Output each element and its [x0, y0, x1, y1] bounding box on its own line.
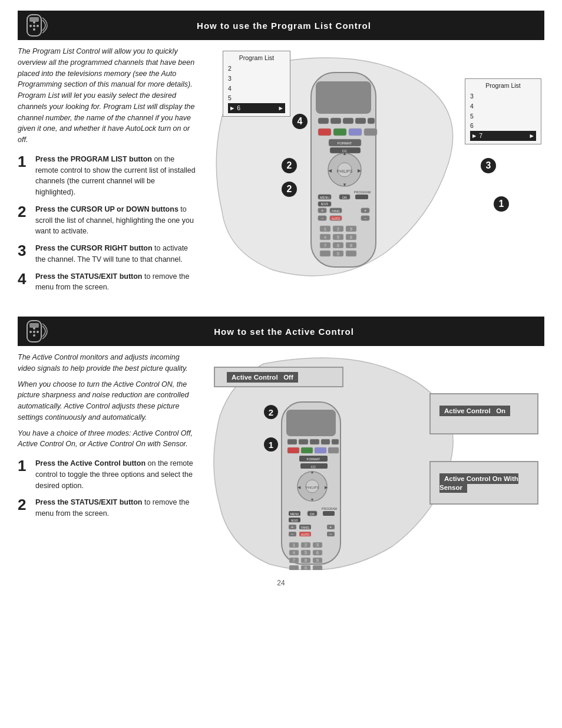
svg-text:FANG: FANG: [332, 209, 340, 213]
svg-rect-30: [355, 195, 368, 199]
svg-text:CC: CC: [311, 465, 316, 469]
svg-rect-141: [313, 565, 322, 570]
badge-4: 4: [292, 114, 308, 129]
pl-item-4: 4: [228, 84, 285, 94]
svg-text:4: 4: [324, 235, 326, 239]
svg-text:+: +: [291, 525, 293, 529]
svg-text:▼: ▼: [310, 498, 315, 502]
section1-intro: The Program List Control will allow you …: [18, 46, 197, 146]
pl-item-r5: 5: [470, 111, 536, 121]
step-ac-2-text: Press the STATUS/EXIT button to remove t…: [35, 497, 197, 519]
step-ac-2: 2 Press the STATUS/EXIT button to remove…: [18, 497, 197, 519]
svg-point-73: [33, 331, 35, 333]
svg-text:FORMAT: FORMAT: [338, 141, 352, 145]
page-number: 24: [18, 579, 544, 587]
svg-point-74: [29, 331, 32, 333]
svg-rect-80: [287, 439, 297, 444]
section1-content: The Program List Control will allow you …: [18, 40, 544, 305]
svg-rect-12: [355, 118, 366, 124]
remote-control-section2: FORMAT CC ▲ ▼ ◀ ▶ PHILIPS PROGRAM: [273, 399, 352, 572]
svg-rect-13: [368, 118, 375, 124]
step-4-text: Press the STATUS/EXIT button to remove t…: [35, 271, 197, 294]
badge-3: 3: [481, 158, 496, 173]
svg-text:−: −: [321, 216, 323, 220]
ac-sensor-label: Active Control On With Sensor: [439, 473, 518, 493]
svg-point-3: [29, 25, 32, 27]
svg-rect-9: [318, 118, 329, 124]
svg-text:+: +: [329, 525, 332, 529]
svg-text:2: 2: [337, 227, 339, 231]
svg-rect-82: [310, 439, 319, 444]
program-list-box-left: Program List 2 3 4 5 ► 6►: [223, 51, 290, 117]
svg-text:9: 9: [316, 558, 319, 562]
step-ac-1-num: 1: [18, 458, 31, 473]
step-4: 4 Press the STATUS/EXIT button to remove…: [18, 271, 197, 294]
svg-text:−: −: [329, 532, 332, 536]
svg-text:4: 4: [293, 551, 295, 555]
section2-header-title: How to set the Active Control: [54, 327, 537, 337]
svg-text:5: 5: [337, 235, 339, 239]
pl-item-3: 3: [228, 74, 285, 84]
svg-text:1: 1: [293, 543, 295, 547]
step-4-num: 4: [18, 271, 31, 286]
svg-rect-83: [321, 439, 330, 444]
prog-list-title-left: Program List: [228, 54, 285, 61]
svg-rect-14: [318, 129, 331, 136]
ac-off-box: Active Control Off: [214, 367, 343, 387]
svg-text:2: 2: [305, 543, 307, 547]
svg-rect-81: [299, 439, 308, 444]
svg-rect-101: [323, 511, 335, 516]
ac-on-label: Active Control On: [439, 406, 510, 416]
svg-text:PROGRAM: PROGRAM: [322, 507, 337, 510]
pl-item-2: 2: [228, 64, 285, 74]
svg-text:8: 8: [337, 243, 339, 248]
svg-text:MJ/S: MJ/S: [291, 519, 298, 522]
svg-point-75: [37, 331, 39, 333]
section2-remote-icon: [25, 320, 48, 342]
ac-sensor-box: Active Control On With Sensor: [429, 461, 538, 505]
svg-text:9: 9: [350, 243, 352, 248]
page: How to use the Program List Control The …: [0, 0, 562, 599]
section2-content: The Active Control monitors and adjusts …: [18, 346, 544, 570]
badge-ac-1: 1: [264, 437, 278, 452]
svg-text:3: 3: [350, 227, 352, 231]
svg-rect-84: [332, 439, 339, 444]
section2-intro3: You have a choice of three modes: Active…: [18, 428, 197, 450]
svg-rect-88: [328, 447, 339, 453]
pl-item-r4: 4: [470, 101, 536, 111]
step-1-num: 1: [18, 154, 31, 169]
svg-text:PHILIPS: PHILIPS: [305, 486, 319, 489]
svg-text:−: −: [291, 532, 293, 536]
svg-point-2: [33, 25, 35, 27]
section1-diagram: Program List 2 3 4 5 ► 6►: [205, 40, 544, 282]
svg-text:3: 3: [316, 543, 319, 547]
remote-control-diagram: FORMAT CC ▲ ▼ ◀ ▶ PHILIPS: [299, 70, 391, 284]
svg-text:MENU: MENU: [320, 196, 329, 199]
section2-header: How to set the Active Control: [18, 317, 544, 346]
svg-rect-11: [343, 118, 353, 124]
svg-text:6: 6: [316, 551, 319, 555]
svg-text:−: −: [364, 216, 366, 220]
svg-text:5: 5: [305, 551, 307, 555]
step-3-text: Press the CURSOR RIGHT button to activat…: [35, 243, 197, 265]
section1-header: How to use the Program List Control: [18, 11, 544, 40]
svg-rect-16: [349, 129, 362, 136]
svg-text:+: +: [364, 209, 366, 213]
svg-rect-8: [316, 81, 371, 114]
svg-rect-67: [320, 251, 330, 256]
section1-header-title: How to use the Program List Control: [54, 21, 537, 31]
svg-text:FORMAT: FORMAT: [307, 457, 320, 461]
svg-rect-138: [289, 565, 299, 570]
badge-2-left: 2: [282, 158, 297, 173]
svg-point-76: [33, 334, 35, 337]
svg-rect-86: [301, 447, 313, 453]
pl-item-6-selected: ► 6►: [228, 103, 285, 113]
section2-left: The Active Control monitors and adjusts …: [18, 346, 205, 531]
section2-intro1: The Active Control monitors and adjusts …: [18, 352, 197, 374]
ac-off-label: Active Control Off: [227, 372, 298, 383]
svg-point-77: [33, 327, 35, 330]
svg-text:▶: ▶: [358, 168, 362, 173]
section2-diagram: Active Control Off: [205, 346, 544, 570]
step-3: 3 Press the CURSOR RIGHT button to activ…: [18, 243, 197, 265]
step-1-text: Press the PROGRAM LIST button on the rem…: [35, 154, 197, 198]
